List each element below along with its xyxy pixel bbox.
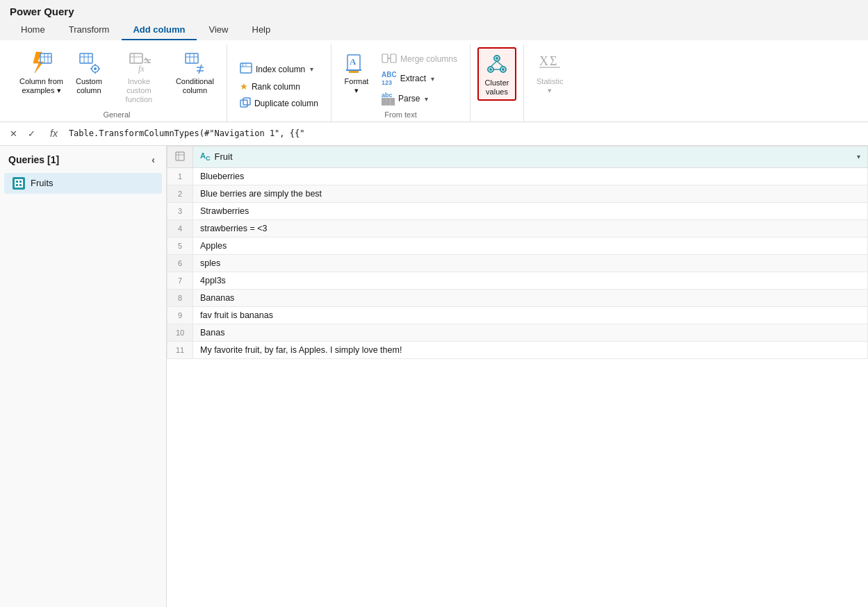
table-icon-cell-4 — [19, 183, 22, 187]
formula-cancel-icon[interactable]: ✕ — [6, 126, 21, 141]
fruit-cell: Strawberries — [193, 202, 868, 219]
svg-rect-5 — [80, 53, 92, 63]
merge-columns-button[interactable]: Merge columns — [376, 51, 463, 67]
table-row: 1Blueberries — [167, 167, 868, 185]
tab-bar: Home Transform Add column View Help — [0, 20, 868, 40]
general-group-label: General — [103, 108, 130, 122]
rank-column-icon: ★ — [240, 81, 248, 92]
fruit-column-dropdown[interactable]: ▾ — [857, 153, 860, 160]
cluster-values-button[interactable]: Clustervalues — [477, 47, 516, 101]
extract-button[interactable]: ABC123 Extract ▾ — [376, 69, 463, 88]
fruit-cell: Blue berries are simply the best — [193, 185, 868, 202]
row-num-header — [167, 146, 193, 167]
row-number-cell: 11 — [167, 341, 193, 358]
sidebar-item-fruits[interactable]: Fruits — [4, 173, 162, 194]
custom-column-label: Customcolumn — [76, 77, 102, 95]
fruits-item-label: Fruits — [31, 178, 54, 188]
svg-point-49 — [496, 57, 498, 60]
invoke-custom-function-label: Invoke customfunction — [115, 77, 163, 105]
ribbon: Column fromexamples ▾ — [0, 40, 868, 122]
table-row: 10Banas — [167, 324, 868, 341]
svg-text:3: 3 — [245, 63, 247, 67]
ribbon-from-text-small: Merge columns ABC123 Extract ▾ abc███ Pa… — [376, 47, 463, 107]
fruit-cell: sples — [193, 254, 868, 272]
column-from-examples-button[interactable]: Column fromexamples ▾ — [14, 47, 69, 98]
tab-help[interactable]: Help — [241, 20, 282, 40]
main-area: Queries [1] ‹ Fruits — [0, 146, 868, 607]
format-button[interactable]: A Format▾ — [338, 47, 375, 98]
invoke-custom-function-button[interactable]: fx Invoke customfunction — [109, 47, 169, 108]
conditional-column-button[interactable]: Conditionalcolumn — [170, 47, 220, 98]
fruit-cell: fav fruit is bananas — [193, 306, 868, 324]
svg-rect-40 — [382, 54, 388, 63]
tab-view[interactable]: View — [198, 20, 240, 40]
ribbon-items-from-text: A Format▾ Mer — [338, 44, 463, 108]
merge-columns-icon — [382, 53, 397, 65]
rank-column-button[interactable]: ★ Rank column — [234, 79, 324, 94]
parse-dropdown-icon: ▾ — [425, 95, 428, 103]
rank-column-label: Rank column — [252, 82, 300, 92]
fruit-column-header[interactable]: AC Fruit ▾ — [193, 146, 868, 167]
svg-line-46 — [491, 61, 497, 67]
svg-rect-55 — [176, 152, 184, 160]
index-column-dropdown-icon: ▾ — [310, 65, 313, 73]
svg-line-28 — [199, 65, 202, 74]
custom-column-icon — [76, 50, 101, 75]
tab-transform[interactable]: Transform — [58, 20, 121, 40]
index-column-button[interactable]: 1 2 3 Index column ▾ — [234, 60, 324, 78]
table-row: 2Blue berries are simply the best — [167, 185, 868, 202]
formula-fx-label: fx — [44, 128, 63, 139]
ribbon-group-general: Column fromexamples ▾ — [7, 44, 227, 122]
index-column-label: Index column — [256, 65, 305, 74]
ribbon-group-statistic: X Σ Statistic▾ — [524, 44, 576, 122]
ribbon-group-from-text: A Format▾ Mer — [331, 44, 470, 122]
formula-input[interactable]: Table.TransformColumnTypes(#"Navigation … — [69, 128, 862, 138]
formula-confirm-icon[interactable]: ✓ — [24, 126, 39, 141]
ribbon-items-cluster: Clustervalues — [477, 44, 516, 116]
sidebar-collapse-button[interactable]: ‹ — [149, 153, 158, 167]
row-number-cell: 7 — [167, 272, 193, 289]
sidebar: Queries [1] ‹ Fruits — [0, 146, 167, 607]
fruit-column-label: Fruit — [215, 151, 233, 162]
svg-rect-39 — [349, 71, 359, 73]
ribbon-group-index: 1 2 3 Index column ▾ ★ Rank column — [227, 44, 331, 122]
format-icon: A — [344, 50, 369, 75]
duplicate-column-label: Duplicate column — [254, 99, 318, 108]
index-column-icon: 1 2 3 — [240, 63, 252, 76]
row-number-cell: 10 — [167, 324, 193, 341]
table-row: 8Bananas — [167, 289, 868, 306]
conditional-column-icon — [182, 50, 207, 75]
statistic-icon: X Σ — [537, 50, 562, 75]
data-grid-wrapper[interactable]: AC Fruit ▾ 1Blueberries2Blue berries are… — [167, 146, 868, 607]
sidebar-header: Queries [1] ‹ — [0, 146, 166, 172]
parse-button[interactable]: abc███ Parse ▾ — [376, 90, 463, 107]
tab-home[interactable]: Home — [10, 20, 56, 40]
extract-label: Extract — [400, 74, 426, 83]
table-row: 11My favorite fruit, by far, is Apples. … — [167, 341, 868, 358]
fruit-cell: My favorite fruit, by far, is Apples. I … — [193, 341, 868, 358]
svg-rect-15 — [130, 53, 142, 63]
svg-text:X: X — [539, 54, 548, 68]
fruit-cell: Apples — [193, 237, 868, 254]
fruit-cell: Banas — [193, 324, 868, 341]
svg-point-51 — [502, 68, 505, 71]
svg-rect-34 — [240, 100, 247, 107]
fruits-table-icon — [13, 177, 25, 190]
fruit-cell: strawberries = <3 — [193, 219, 868, 237]
custom-column-button[interactable]: Customcolumn — [70, 47, 108, 98]
fruit-cell: Bananas — [193, 289, 868, 306]
fruit-cell: 4ppl3s — [193, 272, 868, 289]
table-row: 9fav fruit is bananas — [167, 306, 868, 324]
formula-bar: ✕ ✓ fx Table.TransformColumnTypes(#"Navi… — [0, 122, 868, 146]
row-number-cell: 3 — [167, 202, 193, 219]
svg-rect-35 — [243, 98, 250, 105]
table-row: 74ppl3s — [167, 272, 868, 289]
row-number-cell: 6 — [167, 254, 193, 272]
row-number-cell: 9 — [167, 306, 193, 324]
tab-add-column[interactable]: Add column — [122, 20, 196, 40]
duplicate-column-button[interactable]: Duplicate column — [234, 95, 324, 112]
table-row: 4strawberries = <3 — [167, 219, 868, 237]
column-from-examples-icon — [28, 50, 54, 75]
svg-rect-41 — [391, 54, 396, 63]
statistic-button[interactable]: X Σ Statistic▾ — [531, 47, 569, 98]
